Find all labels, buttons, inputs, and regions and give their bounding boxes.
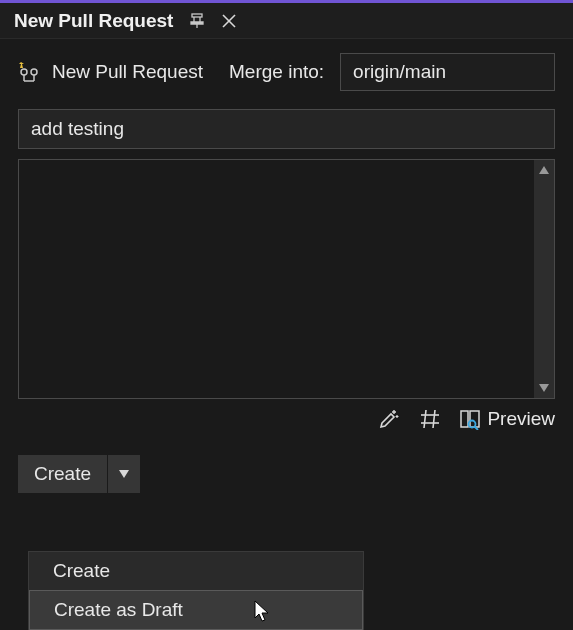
svg-rect-15	[461, 411, 468, 427]
pr-description-container	[18, 159, 555, 399]
toolbar-title: New Pull Request	[52, 61, 203, 83]
merge-into-label: Merge into:	[229, 61, 324, 83]
svg-rect-0	[192, 14, 202, 17]
scroll-down-icon[interactable]	[534, 378, 554, 398]
create-row: Create	[0, 445, 573, 503]
pr-toolbar: New Pull Request Merge into: origin/main	[0, 39, 573, 103]
tab-bar: New Pull Request	[0, 0, 573, 39]
create-label: Create	[34, 463, 91, 484]
create-dropdown-menu: Create Create as Draft	[28, 551, 364, 630]
svg-point-7	[31, 69, 37, 75]
vertical-scrollbar[interactable]	[534, 160, 554, 398]
menu-item-label: Create	[53, 560, 110, 581]
new-pull-request-icon	[18, 61, 40, 83]
branch-name: origin/main	[353, 61, 446, 82]
branch-select[interactable]: origin/main	[340, 53, 555, 91]
description-toolbar: Preview	[0, 399, 573, 445]
preview-button[interactable]: Preview	[459, 408, 555, 430]
preview-label: Preview	[487, 408, 555, 430]
close-icon[interactable]	[221, 13, 237, 29]
menu-item-create-as-draft[interactable]: Create as Draft	[29, 590, 363, 630]
pr-title-input[interactable]: add testing	[18, 109, 555, 149]
ai-suggest-icon[interactable]	[377, 407, 401, 431]
pin-icon[interactable]	[189, 13, 205, 29]
scroll-up-icon[interactable]	[534, 160, 554, 180]
menu-item-label: Create as Draft	[54, 599, 183, 620]
tab-title: New Pull Request	[14, 10, 173, 32]
hash-icon[interactable]	[419, 408, 441, 430]
create-dropdown-toggle[interactable]	[108, 455, 140, 493]
menu-item-create[interactable]: Create	[29, 552, 363, 590]
pr-description-input[interactable]	[19, 160, 534, 398]
chevron-down-icon	[118, 469, 130, 479]
svg-rect-16	[470, 411, 479, 427]
svg-point-6	[21, 69, 27, 75]
create-button[interactable]: Create	[18, 455, 108, 493]
svg-line-12	[433, 410, 435, 428]
svg-line-11	[424, 410, 426, 428]
pr-title-value: add testing	[31, 118, 124, 139]
preview-icon	[459, 408, 481, 430]
